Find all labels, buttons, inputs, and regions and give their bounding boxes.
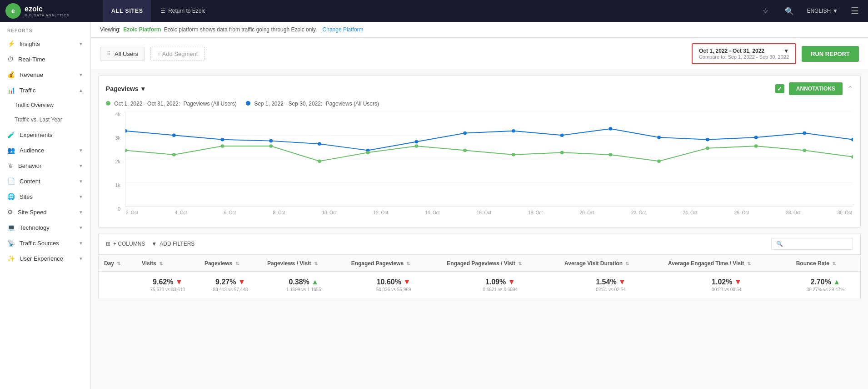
sidebar-item-revenue[interactable]: 💰 Revenue ▼ <box>0 67 90 82</box>
sort-icon: ⇅ <box>314 261 318 266</box>
technology-icon: 💻 <box>7 224 15 231</box>
svg-point-13 <box>560 133 564 137</box>
svg-point-28 <box>512 153 515 157</box>
sidebar-item-insights[interactable]: ⚡ Insights ▼ <box>0 36 90 51</box>
svg-point-22 <box>221 144 224 148</box>
date-range-picker[interactable]: Oct 1, 2022 - Oct 31, 2022 ▼ Compare to:… <box>692 43 796 64</box>
svg-point-24 <box>318 159 321 163</box>
cell-engaged-pv-per-visit: 1.09% ▼ 0.6621 vs 0.6894 <box>441 272 559 299</box>
revenue-icon: 💰 <box>7 71 15 78</box>
chart-container: Pageviews ▾ ANNOTATIONS ⌃ Oct 1, 2022 - … <box>98 76 861 227</box>
logo-area: e ezoic BIG DATA ANALYTICS <box>5 3 94 19</box>
svg-point-21 <box>172 153 176 157</box>
chevron-icon: ▼ <box>79 163 83 168</box>
chart-area: 4k 3k 2k 1k 0 <box>106 111 853 221</box>
language-selector[interactable]: ENGLISH ▼ <box>807 8 838 14</box>
col-pageviews: Pageviews ⇅ <box>199 256 262 272</box>
sidebar-item-experiments[interactable]: 🧪 Experiments <box>0 127 90 142</box>
sidebar-item-technology[interactable]: 💻 Technology ▼ <box>0 220 90 235</box>
trend-arrow-up: ▲ <box>311 278 319 286</box>
svg-point-35 <box>851 155 853 159</box>
table-search-input[interactable] <box>771 238 853 250</box>
svg-point-12 <box>512 129 515 133</box>
cell-day <box>99 272 136 299</box>
trend-arrow-down: ▼ <box>734 278 742 286</box>
svg-point-15 <box>657 136 661 139</box>
svg-point-34 <box>803 149 806 152</box>
svg-point-14 <box>609 127 612 131</box>
svg-point-26 <box>414 144 418 148</box>
sidebar-item-traffic-sources[interactable]: 📡 Traffic Sources ▼ <box>0 235 90 251</box>
add-segment-button[interactable]: + Add Segment <box>150 47 205 61</box>
sidebar-item-user-experience[interactable]: ✨ User Experience ▼ <box>0 251 90 266</box>
annotations-checkbox[interactable] <box>775 84 784 93</box>
audience-icon: 👥 <box>7 147 15 154</box>
chevron-icon: ▼ <box>79 194 83 199</box>
trend-arrow-up: ▲ <box>833 278 840 286</box>
change-platform-link[interactable]: Change Platform <box>323 26 364 33</box>
svg-point-8 <box>318 142 321 146</box>
sidebar: REPORTS ⚡ Insights ▼ ⏱ Real-Time 💰 Reven… <box>0 22 91 389</box>
trend-arrow-down: ▼ <box>403 278 410 286</box>
svg-point-5 <box>172 133 176 137</box>
cell-pageviews: 9.27% ▼ 88,413 vs 97,448 <box>199 272 262 299</box>
reports-label: REPORTS <box>0 22 90 36</box>
sidebar-item-sites[interactable]: 🌐 Sites ▼ <box>0 189 90 204</box>
metric-selector[interactable]: Pageviews ▾ <box>106 85 145 92</box>
main-content: Viewing: Ezoic Platform Ezoic platform s… <box>91 22 868 389</box>
col-engaged-pageviews: Engaged Pageviews ⇅ <box>346 256 442 272</box>
chevron-icon: ▼ <box>79 72 83 77</box>
svg-point-27 <box>463 149 467 152</box>
viewing-bar: Viewing: Ezoic Platform Ezoic platform s… <box>91 22 868 38</box>
sitespeed-icon: ⚙ <box>7 208 13 216</box>
sort-icon: ⇅ <box>117 261 120 266</box>
sidebar-item-audience[interactable]: 👥 Audience ▼ <box>0 142 90 158</box>
sidebar-item-content[interactable]: 📄 Content ▼ <box>0 173 90 189</box>
sidebar-item-sitespeed[interactable]: ⚙ Site Speed ▼ <box>0 204 90 220</box>
return-icon: ☰ <box>160 8 165 14</box>
chevron-icon: ▼ <box>79 41 83 46</box>
experiments-icon: 🧪 <box>7 131 15 138</box>
sort-icon: ⇅ <box>747 261 751 266</box>
run-report-button[interactable]: RUN REPORT <box>802 46 859 62</box>
cell-engaged-pv: 10.60% ▼ 50,036 vs 55,969 <box>346 272 442 299</box>
chevron-icon: ▼ <box>79 210 83 215</box>
svg-point-30 <box>609 153 612 157</box>
svg-point-29 <box>560 151 564 154</box>
logo-text: ezoic BIG DATA ANALYTICS <box>25 5 70 18</box>
columns-button[interactable]: ⊞ + COLUMNS <box>106 241 145 247</box>
svg-point-18 <box>803 131 806 135</box>
svg-point-4 <box>125 129 127 133</box>
realtime-icon: ⏱ <box>7 56 14 63</box>
chevron-icon: ▼ <box>79 225 83 230</box>
all-users-segment[interactable]: ⠿ All Users <box>100 47 145 61</box>
all-sites-button[interactable]: ALL SITES <box>103 0 151 22</box>
filters-button[interactable]: ▼ ADD FILTERS <box>151 241 195 247</box>
table-toolbar: ⊞ + COLUMNS ▼ ADD FILTERS <box>98 233 861 255</box>
sidebar-item-traffic[interactable]: 📊 Traffic ▲ <box>0 82 90 98</box>
sidebar-item-traffic-vs-lastyear[interactable]: Traffic vs. Last Year <box>0 112 90 127</box>
table-header-row: Day ⇅ Visits ⇅ Pageviews ⇅ Pageviews / V… <box>99 256 861 272</box>
sort-icon: ⇅ <box>159 261 163 266</box>
svg-point-23 <box>269 144 273 148</box>
search-icon[interactable]: 🔍 <box>781 7 798 15</box>
annotations-button[interactable]: ANNOTATIONS <box>789 82 843 95</box>
col-avg-engaged-time: Average Engaged Time / Visit ⇅ <box>663 256 791 272</box>
hamburger-menu-icon[interactable]: ☰ <box>847 5 863 16</box>
legend-dot-green <box>106 101 110 106</box>
data-table: Day ⇅ Visits ⇅ Pageviews ⇅ Pageviews / V… <box>98 256 861 299</box>
sidebar-item-realtime[interactable]: ⏱ Real-Time <box>0 51 90 67</box>
chart-expand-icon[interactable]: ⌃ <box>847 85 853 93</box>
columns-icon: ⊞ <box>106 241 110 247</box>
traffic-sources-icon: 📡 <box>7 239 15 247</box>
y-axis-labels: 4k 3k 2k 1k 0 <box>106 111 123 212</box>
sidebar-item-traffic-overview[interactable]: Traffic Overview <box>0 98 90 112</box>
segment-bar: ⠿ All Users + Add Segment Oct 1, 2022 - … <box>91 38 868 70</box>
sidebar-item-behavior[interactable]: 🖱 Behavior ▼ <box>0 158 90 173</box>
top-nav: e ezoic BIG DATA ANALYTICS ALL SITES ☰ R… <box>0 0 868 22</box>
star-icon[interactable]: ☆ <box>758 7 772 15</box>
trend-arrow-down: ▼ <box>238 278 245 286</box>
cell-bounce-rate: 2.70% ▲ 30.27% vs 29.47% <box>791 272 861 299</box>
legend-dot-blue <box>246 101 250 106</box>
return-to-ezoic-link[interactable]: ☰ Return to Ezoic <box>160 8 205 14</box>
